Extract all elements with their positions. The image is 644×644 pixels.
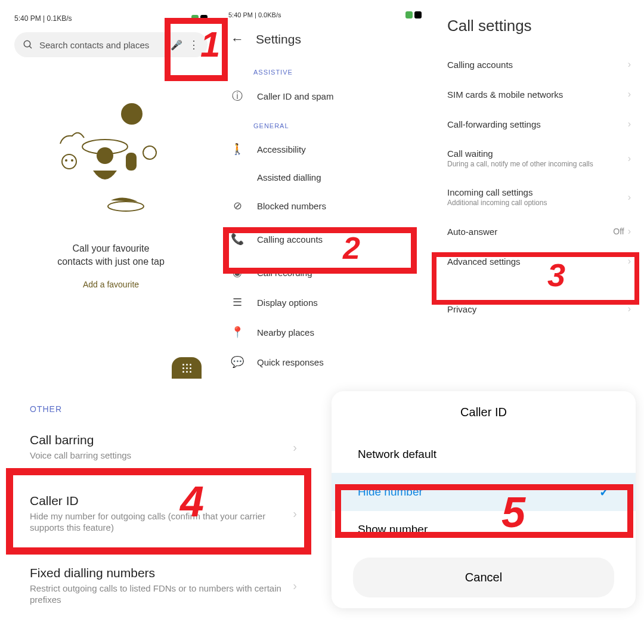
back-icon[interactable]: ← <box>231 32 244 47</box>
row-sublabel: Restrict outgoing calls to listed FDNs o… <box>30 583 286 606</box>
message-icon: 💬 <box>231 355 244 369</box>
favourites-illustration <box>33 93 188 218</box>
display-options-row[interactable]: ☰ Display options <box>224 287 426 317</box>
fixed-dialling-row[interactable]: Fixed dialling numbers Restrict outgoing… <box>12 559 304 613</box>
status-time: 5:40 PM | 0.1KB/s <box>14 14 72 23</box>
row-label: Fixed dialling numbers <box>30 566 286 580</box>
call-settings-screen: Call settings Calling accounts › SIM car… <box>441 12 637 324</box>
option-label: Network default <box>358 448 436 461</box>
mic-icon[interactable]: 🎤 <box>171 39 182 51</box>
calling-accounts-row[interactable]: 📞 Calling accounts <box>224 224 426 254</box>
sim-cards-row[interactable]: SIM cards & mobile networks › <box>441 79 637 109</box>
dialog-title: Caller ID <box>332 391 636 436</box>
call-recording-row[interactable]: ◉ Call recording <box>224 258 426 287</box>
dialpad-icon <box>182 364 191 373</box>
row-sublabel: Hide my number for outgoing calls (confi… <box>30 510 286 534</box>
location-icon: 📍 <box>231 326 244 339</box>
blocked-icon: ⊘ <box>231 199 244 212</box>
cancel-button[interactable]: Cancel <box>353 558 614 597</box>
advanced-settings-row[interactable]: Advanced settings › <box>441 246 637 276</box>
chevron-right-icon: › <box>628 89 631 100</box>
call-forwarding-row[interactable]: Call-forwarding settings › <box>441 109 637 139</box>
caller-id-dialog: Caller ID Network default Hide number ✓ … <box>332 391 636 608</box>
quick-responses-row[interactable]: 💬 Quick responses <box>224 347 426 377</box>
call-waiting-row[interactable]: Call waiting During a call, notify me of… <box>441 139 637 178</box>
step-number-4: 4 <box>180 477 204 526</box>
status-icons <box>191 14 208 23</box>
nearby-places-row[interactable]: 📍 Nearby places <box>224 317 426 347</box>
svg-rect-5 <box>126 153 137 171</box>
step-number-3: 3 <box>547 256 565 293</box>
more-icon[interactable]: ⋮ <box>188 38 199 51</box>
option-show-number[interactable]: Show number <box>332 511 636 548</box>
auto-answer-row[interactable]: Auto-answer Off › <box>441 216 637 246</box>
row-sublabel: During a call, notify me of other incomi… <box>447 160 593 168</box>
svg-point-8 <box>71 159 73 162</box>
chevron-right-icon: › <box>293 579 297 593</box>
chevron-right-icon: › <box>628 304 631 314</box>
caller-id-row[interactable]: Caller ID Hide my number for outgoing ca… <box>12 487 304 541</box>
status-time: 5:40 PM | 0.0KB/s <box>228 11 281 18</box>
row-label: Incoming call settings <box>447 187 547 197</box>
chevron-right-icon: › <box>628 226 631 237</box>
search-placeholder: Search contacts and places <box>39 40 165 50</box>
chevron-right-icon: › <box>628 192 631 203</box>
status-bar: 5:40 PM | 0.0KB/s <box>224 9 426 21</box>
row-label: Auto-answer <box>447 227 497 237</box>
step-number-2: 2 <box>343 230 360 266</box>
accessibility-row[interactable]: 🚶 Accessibility <box>224 134 426 164</box>
row-label: Advanced settings <box>447 256 521 267</box>
add-favourite-button[interactable]: Add a favourite <box>10 280 212 289</box>
app-icon <box>191 15 199 22</box>
svg-point-10 <box>108 202 144 211</box>
calling-accounts-row[interactable]: Calling accounts › <box>441 49 637 79</box>
search-bar[interactable]: Search contacts and places 🎤 ⋮ <box>14 32 208 57</box>
row-sublabel: Voice call barring settings <box>30 450 286 462</box>
row-sublabel: Additional incoming call options <box>447 199 547 207</box>
list-icon: ☰ <box>231 296 244 309</box>
accessibility-icon: 🚶 <box>231 143 244 156</box>
row-label: Quick responses <box>257 357 324 367</box>
row-label: Display options <box>257 298 318 308</box>
svg-point-2 <box>121 103 143 125</box>
app-icon <box>414 11 422 18</box>
privacy-row[interactable]: Privacy › <box>441 294 637 324</box>
chevron-right-icon: › <box>628 256 631 267</box>
row-label: Caller ID <box>30 494 286 508</box>
caller-id-spam-row[interactable]: ⓘ Caller ID and spam <box>224 80 426 112</box>
app-icon <box>200 15 208 22</box>
section-other: OTHER <box>12 398 304 426</box>
row-label: Call-forwarding settings <box>447 119 541 129</box>
option-hide-number[interactable]: Hide number ✓ <box>332 473 636 511</box>
info-icon: ⓘ <box>231 89 244 103</box>
check-icon: ✓ <box>599 485 609 499</box>
option-network-default[interactable]: Network default <box>332 436 636 473</box>
page-title: Call settings <box>441 12 637 49</box>
search-icon <box>23 39 33 50</box>
assisted-dialling-row[interactable]: Assisted dialling <box>224 164 426 191</box>
chevron-right-icon: › <box>628 119 631 129</box>
settings-header: ← Settings <box>224 21 426 58</box>
other-settings-screen: OTHER Call barring Voice call barring se… <box>6 392 310 619</box>
row-label: Calling accounts <box>257 234 323 244</box>
call-barring-row[interactable]: Call barring Voice call barring settings… <box>12 426 304 469</box>
chevron-right-icon: › <box>628 59 631 70</box>
incoming-call-row[interactable]: Incoming call settings Additional incomi… <box>441 178 637 216</box>
dialpad-button[interactable] <box>172 357 202 379</box>
app-icon <box>405 11 413 18</box>
row-label: Blocked numbers <box>257 201 326 211</box>
row-label: Call waiting <box>447 148 593 159</box>
row-label: Call barring <box>30 433 286 447</box>
row-label: SIM cards & mobile networks <box>447 89 563 100</box>
chevron-right-icon: › <box>628 153 631 164</box>
fav-line1: Call your favourite <box>10 242 212 255</box>
option-label: Show number <box>358 523 428 536</box>
svg-line-1 <box>29 46 32 48</box>
row-label: Call recording <box>257 268 312 278</box>
blocked-numbers-row[interactable]: ⊘ Blocked numbers <box>224 191 426 221</box>
status-icons <box>405 11 422 18</box>
phone-icon: 📞 <box>231 233 244 246</box>
row-label: Accessibility <box>257 144 306 154</box>
section-general: GENERAL <box>224 112 426 134</box>
contacts-screen: 5:40 PM | 0.1KB/s Search contacts and pl… <box>10 12 212 379</box>
